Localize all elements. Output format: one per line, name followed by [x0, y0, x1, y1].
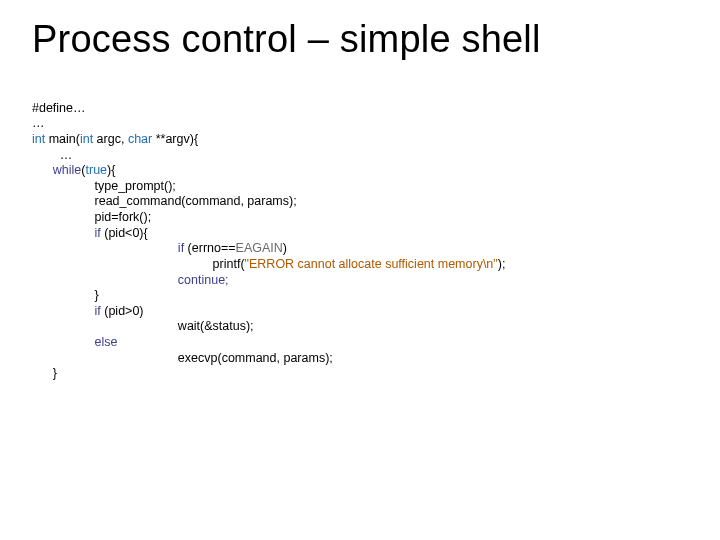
code-keyword-if: if: [32, 226, 101, 240]
code-macro: EAGAIN: [236, 241, 283, 255]
code-keyword-else: else: [32, 335, 117, 349]
code-string: "ERROR cannot allocate sufficient memory…: [245, 257, 498, 271]
code-line: #define…: [32, 101, 86, 115]
code-text: (pid>0): [101, 304, 144, 318]
code-text: printf(: [32, 257, 245, 271]
code-text: ){: [107, 163, 115, 177]
slide: Process control – simple shell #define… …: [0, 0, 720, 382]
code-keyword-if: if: [32, 241, 184, 255]
code-keyword-int: int: [80, 132, 93, 146]
code-text: **argv){: [152, 132, 198, 146]
slide-title: Process control – simple shell: [32, 18, 688, 61]
code-line: read_command(command, params);: [32, 194, 297, 208]
code-text: argc,: [93, 132, 128, 146]
code-line: …: [32, 116, 45, 130]
code-line: pid=fork();: [32, 210, 151, 224]
code-text: ): [283, 241, 287, 255]
code-line: }: [32, 288, 99, 302]
code-text: main(: [45, 132, 80, 146]
code-keyword-true: true: [86, 163, 108, 177]
code-block: #define… … int main(int argc, char **arg…: [32, 85, 688, 382]
code-line: wait(&status);: [32, 319, 254, 333]
code-line: …: [32, 148, 72, 162]
code-keyword-if: if: [32, 304, 101, 318]
code-text: (errno==: [184, 241, 235, 255]
code-text: );: [498, 257, 506, 271]
code-keyword-int: int: [32, 132, 45, 146]
code-keyword-continue: continue;: [32, 273, 229, 287]
code-keyword-char: char: [128, 132, 152, 146]
code-line: execvp(command, params);: [32, 351, 333, 365]
code-line: type_prompt();: [32, 179, 176, 193]
code-keyword-while: while: [32, 163, 81, 177]
code-text: (pid<0){: [101, 226, 148, 240]
code-line: }: [32, 366, 57, 380]
